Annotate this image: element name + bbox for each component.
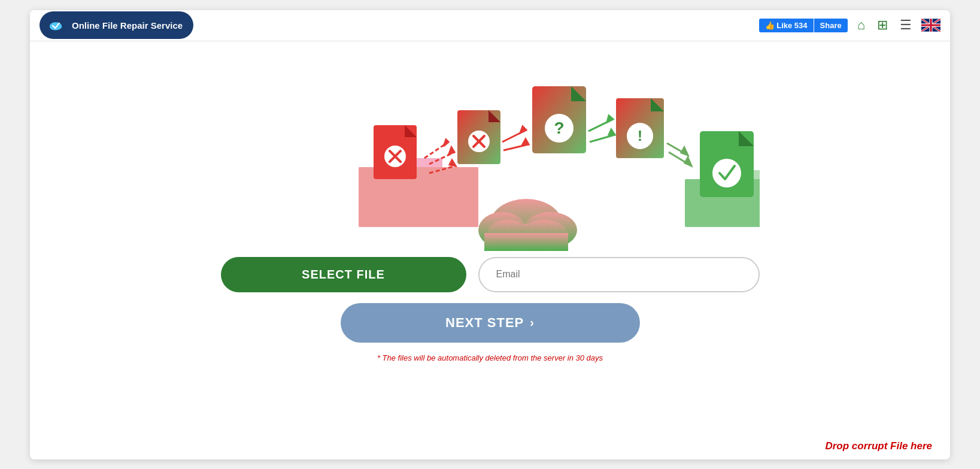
svg-marker-25: [450, 160, 456, 166]
svg-marker-34: [523, 139, 529, 144]
next-step-label: NEXT STEP: [445, 315, 524, 331]
svg-marker-42: [609, 129, 615, 135]
svg-rect-63: [484, 233, 568, 251]
svg-marker-21: [444, 140, 448, 146]
email-input[interactable]: [478, 257, 760, 292]
brand[interactable]: Online File Repair Service: [40, 11, 193, 39]
hamburger-icon[interactable]: ☰: [897, 16, 914, 34]
svg-line-43: [588, 119, 613, 131]
next-step-button[interactable]: NEXT STEP ›: [341, 303, 640, 343]
svg-marker-23: [449, 147, 454, 154]
svg-marker-32: [520, 126, 526, 133]
main-content: ? !: [30, 41, 950, 459]
svg-text:!: !: [638, 128, 642, 144]
language-flag-icon[interactable]: [921, 19, 940, 32]
drop-label: Drop corrupt File here: [825, 440, 932, 452]
svg-marker-49: [681, 147, 688, 155]
brand-cloud-icon: [45, 15, 66, 35]
nav-right: 👍 Like 534 Share ⌂ ⊞ ☰: [759, 16, 940, 34]
repair-illustration: ? !: [221, 53, 760, 251]
form-area: SELECT FILE NEXT STEP › * The files will…: [54, 257, 926, 362]
illustration-container: ? !: [221, 53, 760, 251]
form-row: SELECT FILE: [221, 257, 760, 292]
fb-share-button[interactable]: Share: [814, 19, 848, 32]
fb-like-button[interactable]: 👍 Like 534: [759, 19, 814, 32]
grid-icon[interactable]: ⊞: [875, 16, 890, 34]
fb-like-group: 👍 Like 534 Share: [759, 19, 848, 32]
select-file-button[interactable]: SELECT FILE: [221, 257, 466, 292]
brand-title: Online File Repair Service: [72, 20, 183, 31]
navbar: Online File Repair Service 👍 Like 534 Sh…: [30, 10, 950, 41]
svg-point-56: [712, 159, 741, 187]
svg-marker-51: [685, 158, 691, 166]
svg-text:?: ?: [554, 119, 564, 137]
svg-line-41: [590, 135, 615, 142]
home-icon[interactable]: ⌂: [855, 16, 867, 34]
disclaimer-text: * The files will be automatically delete…: [377, 353, 603, 362]
chevron-right-icon: ›: [530, 316, 535, 329]
